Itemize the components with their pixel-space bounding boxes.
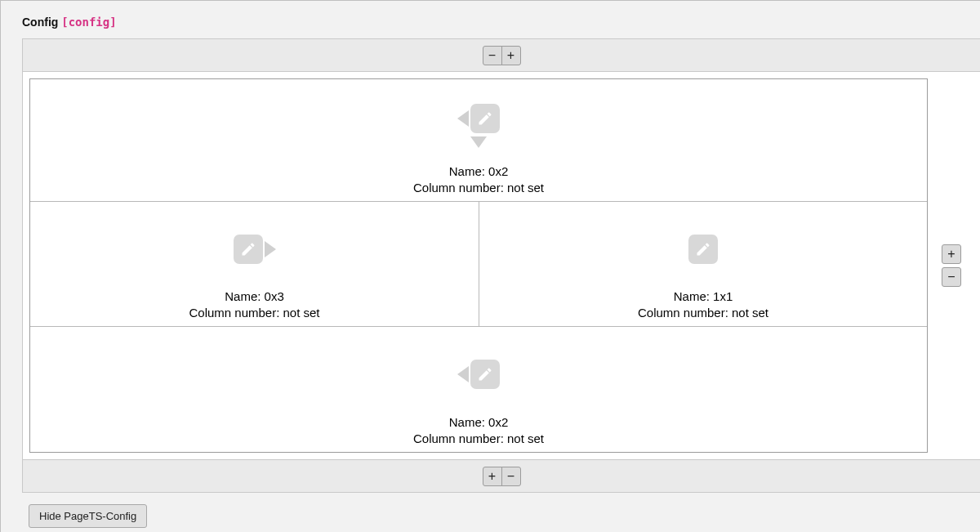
top-toolbar: − + xyxy=(23,39,980,72)
cell-caption: Name: 0x2 Column number: not set xyxy=(30,163,927,197)
row-split: Name: 0x3 Column number: not set xyxy=(30,202,927,327)
edit-cell-button[interactable] xyxy=(470,104,500,133)
cell-col: Column number: not set xyxy=(30,305,479,321)
section-code: [config] xyxy=(61,16,116,29)
move-left-icon[interactable] xyxy=(457,110,469,127)
cell-name: Name: 0x2 xyxy=(30,414,927,431)
add-row-bottom-button[interactable]: + xyxy=(483,467,502,486)
config-panel: − + xyxy=(22,38,980,493)
cell-1x1[interactable]: Name: 1x1 Column number: not set xyxy=(479,202,927,326)
grid-left-pad xyxy=(23,72,29,459)
page: Config [config] − + xyxy=(0,0,980,532)
section-title: Config xyxy=(22,16,58,29)
remove-column-button[interactable]: − xyxy=(942,267,961,287)
bottom-toolbar: + − xyxy=(23,459,980,492)
move-right-icon[interactable] xyxy=(265,241,276,257)
cell-caption: Name: 0x2 Column number: not set xyxy=(30,414,927,448)
cell-col: Column number: not set xyxy=(30,431,927,447)
remove-row-button[interactable]: − xyxy=(483,46,502,65)
pencil-icon xyxy=(477,366,493,382)
cell-name: Name: 0x2 xyxy=(30,163,927,180)
cell-icons xyxy=(457,360,500,389)
cell-icons xyxy=(688,235,718,264)
edit-cell-button[interactable] xyxy=(234,235,263,264)
cell-name: Name: 1x1 xyxy=(479,288,927,305)
cell-icons xyxy=(234,235,276,264)
pencil-icon xyxy=(477,110,493,127)
cell-0x3[interactable]: Name: 0x3 Column number: not set xyxy=(30,202,479,326)
cell-col: Column number: not set xyxy=(479,305,927,321)
cell-0x2-bottom[interactable]: Name: 0x2 Column number: not set xyxy=(30,327,927,452)
add-row-button[interactable]: + xyxy=(501,46,521,65)
content-region: Config [config] − + xyxy=(14,1,980,528)
cell-name: Name: 0x3 xyxy=(30,288,479,305)
side-toolbar: + − xyxy=(928,72,975,459)
cell-0x2-top[interactable]: Name: 0x2 Column number: not set xyxy=(30,79,927,202)
edit-cell-button[interactable] xyxy=(470,360,500,389)
cell-icons xyxy=(457,104,500,148)
edit-cell-button[interactable] xyxy=(688,235,718,264)
add-column-button[interactable]: + xyxy=(942,244,961,264)
section-header: Config [config] xyxy=(22,16,980,29)
hide-pagets-config-button[interactable]: Hide PageTS-Config xyxy=(29,504,147,528)
pencil-icon xyxy=(240,241,256,257)
grid-wrap: Name: 0x2 Column number: not set xyxy=(23,72,980,459)
remove-row-bottom-button[interactable]: − xyxy=(501,467,521,486)
cell-caption: Name: 0x3 Column number: not set xyxy=(30,288,479,322)
cell-caption: Name: 1x1 Column number: not set xyxy=(479,288,927,322)
move-left-icon[interactable] xyxy=(457,366,469,382)
pencil-icon xyxy=(695,241,711,257)
move-down-icon[interactable] xyxy=(470,136,487,148)
cell-col: Column number: not set xyxy=(30,180,927,196)
grid-area: Name: 0x2 Column number: not set xyxy=(29,78,928,453)
